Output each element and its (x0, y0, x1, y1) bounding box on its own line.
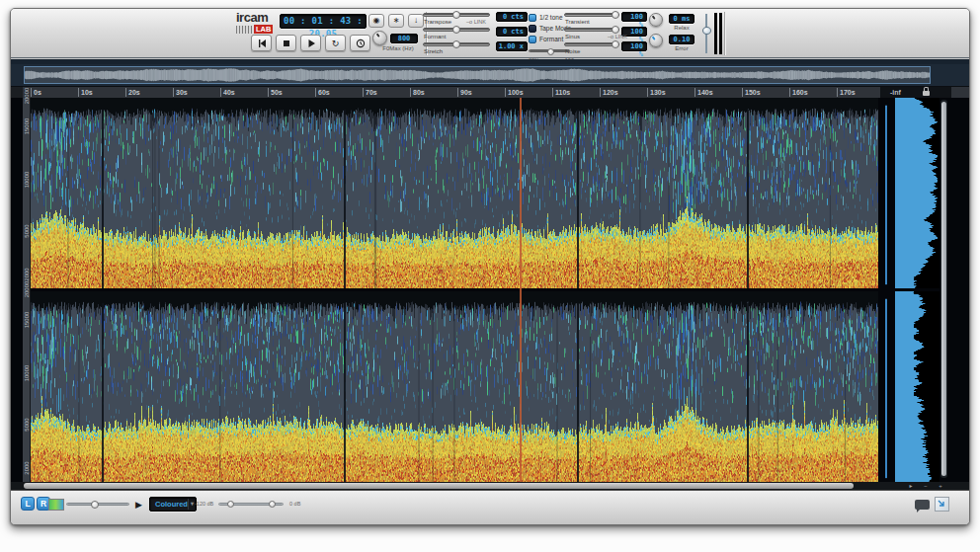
output-level-handle[interactable] (702, 27, 711, 35)
asterisk-button[interactable]: ∗ (388, 14, 404, 28)
vertical-scrollbar-thumb[interactable] (941, 102, 946, 476)
colormap-select[interactable]: Coloured ▾ (149, 497, 197, 512)
db-range-slider[interactable] (218, 503, 284, 506)
transpose-slider[interactable] (423, 13, 490, 17)
horizontal-scrollbar-thumb[interactable] (24, 483, 854, 489)
f0max-value: 800 (390, 34, 418, 43)
link-label[interactable]: –o LINK (466, 19, 486, 25)
ruler-tick-label: 70s (363, 88, 377, 97)
f0max-knob[interactable] (372, 31, 387, 45)
slider-handle[interactable] (612, 11, 619, 19)
frequency-label: 10000 (23, 361, 31, 385)
db-range-handle-high[interactable] (269, 501, 276, 508)
db-range-handle-low[interactable] (227, 501, 234, 508)
transpose-label: Transpose (424, 19, 451, 25)
mode-checkbox-row: Formant (529, 34, 568, 44)
scroll-arrow-icon: ▸ (909, 483, 912, 489)
error-knob[interactable] (649, 34, 663, 47)
stop-button[interactable] (276, 35, 296, 51)
transpose-slider[interactable] (423, 42, 490, 46)
overview-waveform[interactable] (24, 66, 931, 84)
channel-left-button[interactable]: L (21, 497, 35, 511)
mix-slider[interactable] (564, 42, 619, 46)
f0max-group: 800 F0Max (Hz) (372, 31, 424, 52)
overview-band (11, 64, 969, 86)
tape-mode-checkbox[interactable] (529, 25, 536, 33)
ruler-tick-label: 100s (505, 88, 524, 97)
mini-toggle-buttons: ◉ ∗ ↓ (368, 14, 424, 28)
play-button[interactable] (300, 35, 321, 51)
colormap-select-value: Coloured (155, 498, 188, 511)
slider-handle[interactable] (612, 26, 619, 34)
transpose-label: Formant (424, 34, 446, 39)
mix-slider[interactable] (564, 28, 619, 32)
ruler-tick-label: 30s (173, 88, 188, 97)
slider-handle[interactable] (452, 26, 460, 34)
ruler-tick-label: 80s (410, 88, 425, 97)
rewind-icon (257, 39, 267, 48)
relax-knob[interactable] (649, 13, 663, 27)
1-2-tone-checkbox[interactable] (529, 14, 536, 22)
hscroll-arrow-button[interactable]: ▸ (905, 482, 917, 490)
slider-handle[interactable] (547, 48, 554, 55)
slider-handle[interactable] (452, 11, 460, 19)
formant-checkbox[interactable] (529, 36, 536, 43)
ruler-tick-label: 40s (220, 88, 235, 97)
vertical-scrollbar[interactable] (940, 100, 947, 478)
zoom-in-button[interactable]: + (935, 482, 946, 490)
asterisk-icon: ∗ (393, 15, 400, 27)
arrow-down-button[interactable]: ↓ (408, 14, 424, 28)
ruler-tick-label: 130s (647, 88, 666, 97)
overview-waveform-canvas[interactable] (25, 67, 930, 83)
nav-arrow-icon[interactable]: ▶ (135, 499, 142, 511)
mode-group: 1/2 toneTape ModeFormant 30% - x100 (529, 12, 568, 63)
checkbox-label: 1/2 tone (539, 14, 563, 21)
comment-bubble-icon[interactable] (915, 500, 930, 510)
relax-value: 0 ms (669, 14, 694, 24)
playhead-cursor[interactable] (520, 98, 522, 482)
brightness-slider[interactable] (66, 503, 129, 506)
target-button[interactable]: ◉ (368, 14, 384, 28)
time-ruler[interactable]: -inf 0s10s20s30s40s50s60s70s80s90s100s11… (11, 86, 969, 98)
mix-row: Sinus100 %–o LINK (564, 26, 647, 40)
transpose-row: Transpose0 cts–o LINK (423, 11, 528, 26)
transpose-slider[interactable] (423, 28, 490, 32)
horizontal-scrollbar[interactable]: ▸ − + (11, 482, 969, 490)
mix-label: Noise (565, 48, 580, 54)
zoom-out-button[interactable]: − (920, 482, 932, 490)
speed-range-slider[interactable] (529, 47, 568, 57)
clock-button[interactable] (350, 35, 370, 51)
output-level-slider[interactable] (702, 14, 711, 53)
transpose-value: 0 cts (496, 12, 528, 22)
toolbar-separator-right (724, 12, 726, 55)
colormap-thumbnail-icon[interactable] (48, 499, 64, 511)
ruler-tick-label: 160s (789, 88, 808, 97)
rewind-button[interactable] (251, 35, 272, 51)
chevron-down-icon: ▾ (188, 499, 194, 510)
ruler-tick-label: 90s (457, 88, 472, 97)
main-toolbar: ircam LAB 00 : 01 : 43 : 20.05 ↻ (11, 9, 969, 58)
mix-row: Noise100 % (564, 40, 647, 55)
brightness-slider-handle[interactable] (91, 501, 99, 509)
mix-label: Transient (565, 19, 590, 25)
spectrogram-left-channel[interactable] (31, 98, 895, 288)
spectrogram-right-channel[interactable] (31, 291, 895, 482)
loop-button[interactable]: ↻ (325, 35, 346, 51)
link-label[interactable]: –o LINK (608, 34, 627, 39)
ruler-tick-label: 0s (31, 88, 41, 97)
app-window: ircam LAB 00 : 01 : 43 : 20.05 ↻ (10, 8, 970, 525)
spectrum-meter-right (895, 291, 939, 482)
db-max-label: 0 dB (289, 501, 300, 507)
slider-handle[interactable] (612, 40, 619, 48)
logo-barcode-icon (236, 26, 252, 34)
ruler-tick-label: 60s (315, 88, 330, 97)
resize-grip-icon[interactable] (935, 497, 949, 512)
plus-icon: + (939, 483, 942, 489)
mix-value: 100 % (621, 12, 647, 22)
ruler-tick-label: 120s (600, 88, 618, 97)
mix-slider[interactable] (564, 13, 619, 17)
lock-icon[interactable] (923, 91, 930, 96)
level-meter-left (714, 13, 717, 54)
slider-handle[interactable] (452, 40, 460, 48)
ircam-lab-logo: ircam LAB (236, 12, 282, 34)
